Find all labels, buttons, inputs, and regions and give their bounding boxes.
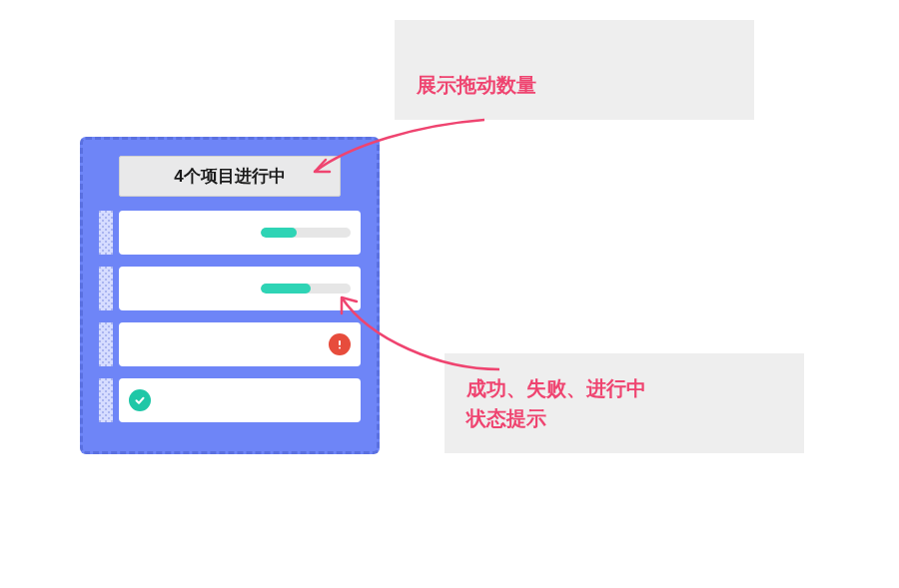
item-card: [119, 267, 361, 310]
items-panel: 4个项目进行中: [80, 137, 380, 454]
item-card: [119, 322, 361, 366]
success-icon: [129, 389, 151, 411]
list-item[interactable]: [99, 267, 361, 310]
drag-handle-icon[interactable]: [99, 211, 113, 255]
drag-handle-icon[interactable]: [99, 322, 113, 366]
panel-title: 4个项目进行中: [119, 156, 341, 197]
drag-handle-icon[interactable]: [99, 378, 113, 422]
svg-rect-0: [339, 340, 341, 345]
progress-fill: [261, 228, 297, 238]
item-card: [119, 378, 361, 422]
progress-bar: [261, 228, 351, 238]
progress-bar: [261, 284, 351, 294]
error-icon: [329, 333, 351, 355]
callout-bottom: 成功、失败、进行中 状态提示: [445, 353, 804, 453]
list-item[interactable]: [99, 211, 361, 255]
list-item[interactable]: [99, 322, 361, 366]
svg-rect-1: [339, 347, 341, 349]
callout-top: 展示拖动数量: [395, 20, 754, 120]
callout-top-text: 展示拖动数量: [417, 70, 536, 100]
drag-handle-icon[interactable]: [99, 267, 113, 310]
list-item[interactable]: [99, 378, 361, 422]
callout-bottom-text: 成功、失败、进行中 状态提示: [466, 373, 782, 433]
progress-fill: [261, 284, 311, 294]
item-card: [119, 211, 361, 255]
